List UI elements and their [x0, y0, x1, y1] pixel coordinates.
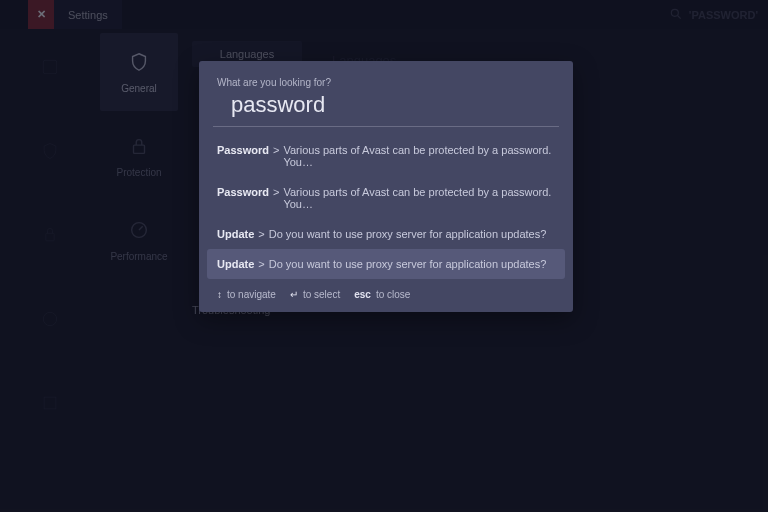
search-prompt: What are you looking for? [199, 77, 573, 88]
result-key: Update [217, 228, 254, 240]
hint-navigate: ↕ to navigate [217, 289, 276, 300]
chevron-right-icon: > [258, 228, 264, 240]
result-text: Do you want to use proxy server for appl… [269, 228, 547, 240]
search-result[interactable]: Update > Do you want to use proxy server… [199, 219, 573, 249]
search-result[interactable]: Password > Various parts of Avast can be… [199, 135, 573, 177]
result-key: Password [217, 144, 269, 168]
result-key: Update [217, 258, 254, 270]
result-key: Password [217, 186, 269, 210]
chevron-right-icon: > [273, 144, 279, 168]
chevron-right-icon: > [258, 258, 264, 270]
hint-close: esc to close [354, 289, 410, 300]
result-text: Various parts of Avast can be protected … [283, 186, 555, 210]
hint-select: ↵ to select [290, 289, 340, 300]
result-text: Various parts of Avast can be protected … [283, 144, 555, 168]
enter-icon: ↵ [290, 289, 298, 300]
search-hints: ↕ to navigate ↵ to select esc to close [199, 279, 573, 300]
search-result[interactable]: Password > Various parts of Avast can be… [199, 177, 573, 219]
search-results: Password > Various parts of Avast can be… [199, 135, 573, 279]
chevron-right-icon: > [273, 186, 279, 210]
esc-key: esc [354, 289, 371, 300]
result-text: Do you want to use proxy server for appl… [269, 258, 547, 270]
search-modal: What are you looking for? password Passw… [199, 61, 573, 312]
search-result[interactable]: Update > Do you want to use proxy server… [207, 249, 565, 279]
search-input[interactable]: password [213, 92, 559, 127]
updown-icon: ↕ [217, 289, 222, 300]
